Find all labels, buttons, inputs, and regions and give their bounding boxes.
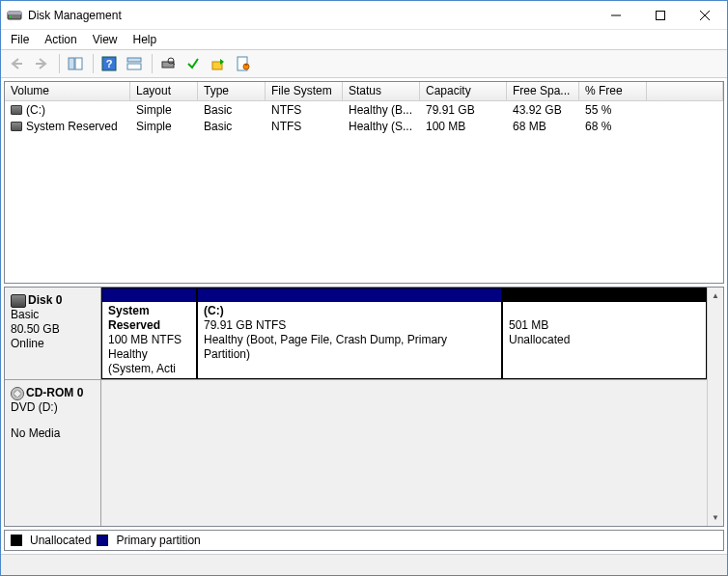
partition-name: (C:) — [204, 304, 495, 318]
drive-icon — [11, 122, 22, 131]
svg-rect-11 — [127, 58, 141, 62]
partition-size: 100 MB NTFS — [108, 333, 190, 347]
volume-list-header: Volume Layout Type File System Status Ca… — [5, 82, 723, 101]
volume-type: Basic — [198, 103, 266, 117]
statusbar — [1, 554, 727, 575]
partition-name: System Reserved — [108, 304, 190, 333]
col-volume[interactable]: Volume — [5, 82, 130, 100]
volume-status: Healthy (B... — [343, 103, 420, 117]
volume-row[interactable]: (C:) Simple Basic NTFS Healthy (B... 79.… — [5, 101, 723, 118]
disk-row: Disk 0 Basic 80.50 GB Online System Rese… — [5, 288, 707, 380]
legend-unallocated: Unallocated — [30, 534, 91, 547]
volume-pct: 55 % — [579, 103, 647, 117]
app-icon — [7, 8, 22, 23]
volume-status: Healthy (S... — [343, 120, 420, 133]
close-button[interactable] — [683, 1, 727, 30]
svg-point-2 — [10, 15, 12, 17]
volume-capacity: 79.91 GB — [420, 103, 507, 117]
settings-view-button[interactable] — [123, 52, 146, 75]
volume-layout: Simple — [130, 120, 198, 133]
action-arrow-button[interactable] — [207, 52, 230, 75]
partition-unallocated[interactable]: 501 MB Unallocated — [502, 288, 707, 379]
menubar: File Action View Help — [1, 30, 727, 49]
col-capacity[interactable]: Capacity — [420, 82, 507, 100]
svg-rect-1 — [8, 12, 21, 14]
partition-status: Healthy (System, Acti — [108, 347, 190, 376]
menu-action[interactable]: Action — [39, 31, 82, 48]
legend-swatch-primary — [97, 535, 108, 546]
drive-icon — [11, 105, 22, 115]
legend-swatch-unallocated — [11, 535, 22, 546]
partition-status: Healthy (Boot, Page File, Crash Dump, Pr… — [204, 333, 495, 362]
disk-label: Disk 0 — [28, 293, 62, 307]
volume-capacity: 100 MB — [420, 120, 507, 133]
partition-stripe — [102, 288, 196, 302]
volume-free: 68 MB — [507, 120, 579, 133]
col-layout[interactable]: Layout — [130, 82, 198, 100]
disk-info[interactable]: CD-ROM 0 DVD (D:) No Media — [5, 380, 101, 526]
partition[interactable]: (C:) 79.91 GB NTFS Healthy (Boot, Page F… — [197, 288, 502, 379]
menu-help[interactable]: Help — [127, 31, 163, 48]
col-status[interactable]: Status — [343, 82, 420, 100]
volume-layout: Simple — [130, 103, 198, 117]
col-freespace[interactable]: Free Spa... — [507, 82, 579, 100]
legend: Unallocated Primary partition — [4, 530, 724, 551]
back-button[interactable] — [5, 52, 28, 75]
menu-view[interactable]: View — [87, 31, 124, 48]
scroll-up-button[interactable]: ▲ — [708, 288, 723, 304]
legend-primary: Primary partition — [116, 534, 200, 547]
toolbar: ? — [1, 49, 727, 78]
disk-row: CD-ROM 0 DVD (D:) No Media — [5, 380, 707, 526]
disk-status: No Media — [11, 426, 95, 441]
disk-partitions: System Reserved 100 MB NTFS Healthy (Sys… — [101, 288, 707, 379]
window-title: Disk Management — [28, 9, 594, 22]
action-checkmark-button[interactable] — [182, 52, 205, 75]
disk-info[interactable]: Disk 0 Basic 80.50 GB Online — [5, 288, 101, 379]
show-hide-console-button[interactable] — [64, 52, 87, 75]
minimize-button[interactable] — [594, 1, 638, 30]
volume-free: 43.92 GB — [507, 103, 579, 117]
svg-text:?: ? — [106, 58, 113, 69]
col-type[interactable]: Type — [198, 82, 266, 100]
disk-graphical-panel: Disk 0 Basic 80.50 GB Online System Rese… — [4, 287, 724, 527]
volume-name: (C:) — [26, 103, 45, 117]
svg-rect-4 — [657, 11, 665, 19]
svg-rect-8 — [75, 58, 82, 69]
vertical-scrollbar[interactable]: ▲ ▼ — [707, 288, 723, 526]
col-filesystem[interactable]: File System — [266, 82, 343, 100]
partition-size: 79.91 GB NTFS — [204, 318, 495, 333]
disk-type: DVD (D:) — [11, 400, 95, 415]
refresh-button[interactable] — [156, 52, 180, 75]
forward-button[interactable] — [30, 52, 53, 75]
volume-fs: NTFS — [266, 120, 343, 133]
partition[interactable]: System Reserved 100 MB NTFS Healthy (Sys… — [101, 288, 197, 379]
disk-size: 80.50 GB — [11, 322, 95, 337]
svg-rect-13 — [162, 62, 174, 68]
toolbar-separator — [152, 54, 153, 73]
content-area: Volume Layout Type File System Status Ca… — [1, 78, 727, 554]
volume-fs: NTFS — [266, 103, 343, 117]
cdrom-icon — [11, 387, 24, 400]
partition-stripe — [198, 288, 501, 302]
maximize-button[interactable] — [638, 1, 683, 30]
col-pctfree[interactable]: % Free — [579, 82, 647, 100]
help-button[interactable]: ? — [98, 52, 121, 75]
partition-status: Unallocated — [509, 333, 700, 347]
partition-size: 501 MB — [509, 318, 700, 333]
svg-rect-7 — [69, 58, 74, 69]
properties-button[interactable] — [232, 52, 255, 75]
volume-row[interactable]: System Reserved Simple Basic NTFS Health… — [5, 118, 723, 134]
disk-partitions-empty — [101, 380, 707, 526]
volume-type: Basic — [198, 120, 266, 133]
partition-stripe — [503, 288, 706, 302]
scroll-track[interactable] — [708, 304, 723, 509]
toolbar-separator — [93, 54, 94, 73]
titlebar: Disk Management — [1, 1, 727, 30]
disk-status: Online — [11, 337, 95, 351]
disk-icon — [11, 294, 26, 308]
scroll-down-button[interactable]: ▼ — [708, 509, 723, 526]
svg-rect-19 — [245, 64, 247, 66]
menu-file[interactable]: File — [5, 31, 35, 48]
disk-label: CD-ROM 0 — [26, 386, 83, 399]
disk-type: Basic — [11, 308, 95, 322]
